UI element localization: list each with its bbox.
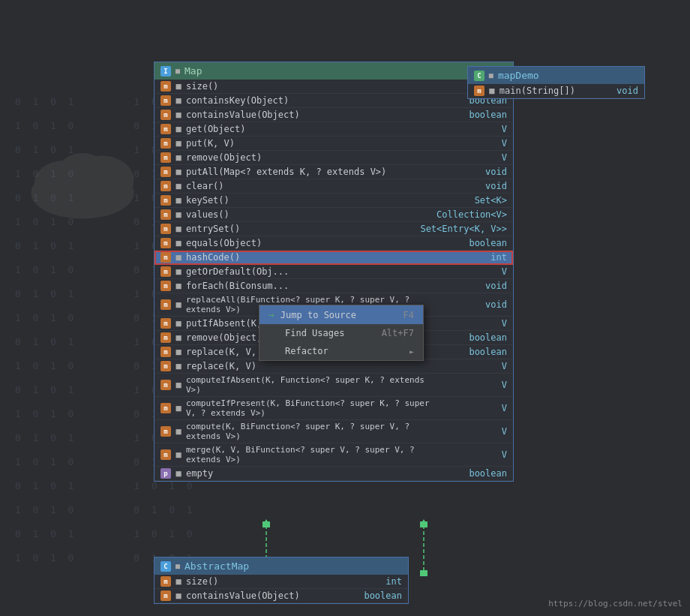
abstractmap-class-header: C ■ AbstractMap xyxy=(154,557,408,575)
method-type: V xyxy=(447,449,507,460)
abstractmap-class-name: AbstractMap xyxy=(184,560,249,572)
method-name: containsValue(Object) xyxy=(186,590,339,601)
visibility-icon: ■ xyxy=(174,96,183,105)
table-row[interactable]: m ■ size() int xyxy=(154,575,408,589)
jump-to-source-shortcut: F4 xyxy=(404,310,414,320)
table-row[interactable]: m ■ containsKey(Object) boolean xyxy=(154,94,513,108)
hashcode-row[interactable]: m ■ hashCode() int xyxy=(154,251,513,265)
table-row[interactable]: m ■ main(String[]) void xyxy=(468,84,644,98)
watermark: https://blog.csdn.net/stvel xyxy=(548,599,682,608)
method-icon: m xyxy=(160,95,171,106)
method-icon: m xyxy=(160,299,171,310)
table-row[interactable]: p ■ empty boolean xyxy=(154,467,513,481)
visibility-icon: ■ xyxy=(174,82,183,91)
visibility-icon: ■ xyxy=(174,125,183,134)
property-name: empty xyxy=(186,468,444,479)
map-class-header: I ■ Map xyxy=(154,62,513,80)
visibility-icon: ■ xyxy=(174,319,183,328)
visibility-icon: ■ xyxy=(174,224,183,233)
method-name: containsKey(Object) xyxy=(186,95,444,106)
visibility-icon: ■ xyxy=(174,450,183,459)
visibility-icon: ■ xyxy=(174,253,183,262)
method-icon: m xyxy=(474,86,484,96)
visibility-icon: ■ xyxy=(174,210,183,219)
visibility-icon: ■ xyxy=(174,347,183,356)
table-row[interactable]: m ■ entrySet() Set<Entry<K, V>> xyxy=(154,222,513,236)
method-name: containsValue(Object) xyxy=(186,110,444,120)
method-name: compute(K, BiFunction<? super K, ? super… xyxy=(186,422,444,441)
method-icon: m xyxy=(160,167,171,177)
method-type: boolean xyxy=(447,110,507,120)
method-icon: m xyxy=(160,590,171,601)
method-name: computeIfAbsent(K, Function<? super K, ?… xyxy=(186,375,444,395)
visibility-icon: ■ xyxy=(174,404,183,413)
method-name: put(K, V) xyxy=(186,138,444,149)
visibility-icon: ■ xyxy=(174,153,183,162)
method-icon: m xyxy=(160,124,171,134)
table-row[interactable]: m ■ keySet() Set<K> xyxy=(154,194,513,208)
find-usages-menu-item[interactable]: Find Usages Alt+F7 xyxy=(260,324,423,342)
table-row[interactable]: m ■ forEach(BiConsum... void xyxy=(154,279,513,293)
method-icon: m xyxy=(160,152,171,163)
method-icon: m xyxy=(160,110,171,120)
table-row[interactable]: m ■ containsValue(Object) boolean xyxy=(154,108,513,122)
method-type: int xyxy=(447,252,507,263)
visibility-icon: ■ xyxy=(174,300,183,309)
jump-to-source-menu-item[interactable]: → Jump to Source F4 xyxy=(260,305,423,324)
table-row[interactable]: m ■ containsValue(Object) boolean xyxy=(154,589,408,603)
method-icon: m xyxy=(160,318,171,329)
method-name: size() xyxy=(186,81,444,92)
table-row[interactable]: m ■ get(Object) V xyxy=(154,122,513,137)
table-row[interactable]: m ■ computeIfAbsent(K, Function<? super … xyxy=(154,374,513,397)
method-name: keySet() xyxy=(186,195,444,206)
method-name: forEach(BiConsum... xyxy=(186,281,444,291)
header-decorator: ■ xyxy=(489,71,494,80)
svg-marker-6 xyxy=(262,519,270,525)
method-type: void xyxy=(447,299,507,310)
method-icon: m xyxy=(160,403,171,413)
method-type: boolean xyxy=(447,347,507,357)
table-row[interactable]: m ■ clear() void xyxy=(154,179,513,194)
svg-rect-12 xyxy=(420,570,428,576)
method-type: V xyxy=(447,124,507,134)
method-icon: m xyxy=(160,426,171,437)
mapdemo-class-name: mapDemo xyxy=(498,70,539,81)
method-name: main(String[]) xyxy=(500,86,575,96)
table-row[interactable]: m ■ equals(Object) boolean xyxy=(154,236,513,251)
visibility-icon: ■ xyxy=(174,591,183,600)
table-row[interactable]: m ■ put(K, V) V xyxy=(154,137,513,151)
method-type: boolean xyxy=(447,238,507,248)
table-row[interactable]: m ■ compute(K, BiFunction<? super K, ? s… xyxy=(154,420,513,443)
method-icon: m xyxy=(160,281,171,291)
svg-marker-8 xyxy=(420,519,428,525)
table-row[interactable]: m ■ computeIfPresent(K, BiFunction<? sup… xyxy=(154,397,513,420)
method-name: computeIfPresent(K, BiFunction<? super K… xyxy=(186,398,444,418)
class-icon: C xyxy=(160,561,171,572)
refactor-arrow-icon: ► xyxy=(410,347,414,356)
find-usages-shortcut: Alt+F7 xyxy=(382,328,414,338)
method-type: V xyxy=(447,426,507,437)
svg-rect-10 xyxy=(420,521,428,527)
method-icon: m xyxy=(160,252,171,263)
table-row[interactable]: m ■ values() Collection<V> xyxy=(154,208,513,222)
method-icon: m xyxy=(160,361,171,371)
method-type: V xyxy=(447,138,507,149)
table-row[interactable]: m ■ replace(K, V) V xyxy=(154,359,513,374)
jump-to-source-label: Jump to Source xyxy=(280,310,398,320)
table-row[interactable]: m ■ getOrDefault(Obj... V xyxy=(154,265,513,279)
method-name: entrySet() xyxy=(186,224,417,234)
refactor-menu-item[interactable]: Refactor ► xyxy=(260,342,423,360)
visibility-icon: ■ xyxy=(488,86,496,95)
table-row[interactable]: m ■ size() int xyxy=(154,80,513,94)
method-name: getOrDefault(Obj... xyxy=(186,266,444,277)
table-row[interactable]: m ■ putAll(Map<? extends K, ? extends V>… xyxy=(154,165,513,179)
method-icon: m xyxy=(160,380,171,390)
table-row[interactable]: m ■ merge(K, V, BiFunction<? super V, ? … xyxy=(154,443,513,467)
method-icon: m xyxy=(160,209,171,220)
table-row[interactable]: m ■ remove(Object) V xyxy=(154,151,513,165)
property-icon: p xyxy=(160,468,171,479)
property-type: boolean xyxy=(447,468,507,479)
refactor-label: Refactor xyxy=(285,346,404,356)
svg-rect-9 xyxy=(262,521,270,527)
visibility-icon: ■ xyxy=(174,281,183,290)
